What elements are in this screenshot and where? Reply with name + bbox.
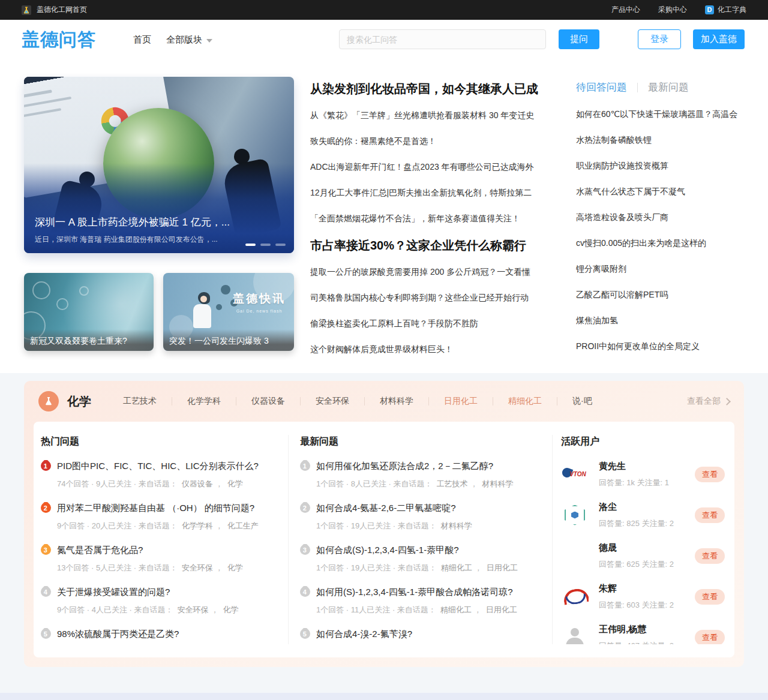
- tab-instruments[interactable]: 仪器设备: [251, 396, 285, 407]
- footer-strip: [0, 693, 768, 700]
- sidebar-question[interactable]: 职业病防护设施投资概算: [576, 160, 741, 172]
- avatar[interactable]: [561, 583, 589, 611]
- news-headline[interactable]: 从染发剂到化妆品帝国，如今其继承人已成: [310, 82, 550, 95]
- tab-chem-discipline[interactable]: 化学学科: [187, 396, 221, 407]
- topic-link[interactable]: 材料科学: [441, 521, 472, 530]
- topic-link[interactable]: 精细化工: [441, 563, 472, 572]
- tab-divider: [172, 397, 172, 405]
- news-carousel[interactable]: 深圳一 A 股上市药企境外被骗近 1 亿元，... 近日，深圳市 海普瑞 药业集…: [24, 77, 294, 253]
- topic-link[interactable]: 日用化工: [486, 605, 517, 614]
- user-name[interactable]: 黄先生: [599, 461, 695, 472]
- question-item: 1 PID图中PIC、FIC、TIC、HIC、LIC分别表示什么? 74个回答 …: [41, 460, 276, 489]
- carousel-art-line: [24, 97, 71, 109]
- question-title-row[interactable]: 2 用对苯二甲酸测羟基自由基 （·OH） 的细节问题?: [41, 502, 276, 514]
- topic-link[interactable]: 安全环保: [178, 605, 209, 614]
- topic-link[interactable]: 材料科学: [482, 479, 514, 488]
- search-input[interactable]: [339, 29, 546, 49]
- sidebar-question[interactable]: cv慢扫0.005的扫出来为啥是这样的: [576, 238, 741, 249]
- topic-link[interactable]: 仪器设备: [182, 479, 213, 488]
- question-title-row[interactable]: 2 如何合成4-氨基-2,6-二甲氧基嘧啶?: [300, 502, 540, 514]
- news-card-caption: 突发！一公司发生闪爆致 3: [163, 329, 294, 351]
- brand-title: 盖德快讯: [233, 291, 286, 307]
- rank-badge-icon: 3: [300, 544, 313, 556]
- question-title-row[interactable]: 5 98%浓硫酸属于丙类还是乙类?: [41, 628, 276, 640]
- carousel-dot[interactable]: [260, 244, 271, 246]
- avatar[interactable]: VTON: [561, 461, 589, 488]
- tab-materials[interactable]: 材料科学: [380, 396, 413, 407]
- site-home-link[interactable]: 盖德化工网首页: [22, 5, 87, 15]
- topic-link[interactable]: 工艺技术: [437, 479, 468, 488]
- nav-item-home[interactable]: 首页: [133, 34, 151, 46]
- news-item[interactable]: 偷梁换柱盗卖化工原料上百吨？手段防不胜防: [310, 318, 550, 329]
- view-user-button[interactable]: 查看: [695, 548, 725, 564]
- tab-safety[interactable]: 安全环保: [316, 396, 349, 407]
- join-button[interactable]: 加入盖德: [693, 29, 745, 49]
- news-item[interactable]: ADC出海迎新年开门红！盘点2023 年有哪些公司已达成海外: [310, 161, 550, 173]
- sidebar-question[interactable]: 高塔造粒设备及喷头厂商: [576, 212, 741, 223]
- topbar-link-products[interactable]: 产品中心: [611, 5, 640, 15]
- sidebar-question[interactable]: 锂分离吸附剂: [576, 263, 741, 275]
- sidebar-question[interactable]: 如何在60℃以下快速干燥玻璃器皿？高温会: [576, 109, 741, 120]
- news-item[interactable]: 提取一公斤的玻尿酸竟需要用掉 200 多公斤鸡冠？一文看懂: [310, 266, 550, 278]
- news-headline[interactable]: 市占率接近30%？这家企业凭什么称霸行: [310, 239, 550, 252]
- avatar[interactable]: [561, 624, 589, 645]
- sidebar-question[interactable]: 水热法制备磷酸铁锂: [576, 134, 741, 146]
- sidebar-question[interactable]: 煤焦油加氢: [576, 315, 741, 326]
- ask-question-button[interactable]: 提问: [559, 29, 599, 49]
- tab-latest[interactable]: 最新问题: [648, 80, 689, 94]
- tab-process-tech[interactable]: 工艺技术: [123, 396, 157, 407]
- news-card-covid[interactable]: 新冠又双叒叕要卷土重来?: [24, 273, 154, 351]
- user-name[interactable]: 洛尘: [599, 501, 695, 513]
- topic-link[interactable]: 安全环保: [182, 563, 213, 572]
- tab-divider: [236, 397, 236, 405]
- topic-link[interactable]: 化工生产: [227, 521, 259, 530]
- topic-link[interactable]: 精细化工: [440, 605, 472, 614]
- carousel-dot[interactable]: [245, 244, 256, 246]
- login-button[interactable]: 登录: [638, 29, 681, 49]
- news-item[interactable]: 司美格鲁肽国内核心专利即将到期？这些企业已经开始行动: [310, 292, 550, 304]
- nav-item-all-boards[interactable]: 全部版块: [166, 34, 212, 46]
- logo[interactable]: 盖德问答: [22, 28, 96, 52]
- question-title-row[interactable]: 3 氮气是否属于危化品?: [41, 544, 276, 556]
- tab-fine-chem[interactable]: 精细化工: [508, 396, 542, 407]
- topic-link[interactable]: 化学: [227, 563, 243, 572]
- sidebar-question[interactable]: 乙酸乙酯可以溶解PET吗: [576, 289, 741, 301]
- question-title-row[interactable]: 1 PID图中PIC、FIC、TIC、HIC、LIC分别表示什么?: [41, 460, 276, 472]
- question-title-row[interactable]: 5 如何合成4-溴-2-氟苄溴?: [300, 628, 540, 640]
- news-card-flash[interactable]: 盖德快讯 Gai De, news flash 突发！一公司发生闪爆致 3: [163, 273, 294, 351]
- tab-daily-chem[interactable]: 日用化工: [444, 396, 478, 407]
- view-user-button[interactable]: 查看: [695, 630, 725, 645]
- question-title-row[interactable]: 3 如何合成(S)-1,2,3,4-四氢-1-萘甲酸?: [300, 544, 540, 556]
- sidebar-question[interactable]: 水蒸气什么状态下属于不凝气: [576, 186, 741, 197]
- topbar-link-purchase[interactable]: 采购中心: [658, 5, 687, 15]
- user-name[interactable]: 德晟: [599, 542, 695, 554]
- sidebar-question[interactable]: PROII中如何更改单位的全局定义: [576, 341, 741, 352]
- question-title-row[interactable]: 4 如何用(S)-1,2,3,4-四氢-1-萘甲酸合成帕洛诺司琼?: [300, 586, 540, 598]
- news-item[interactable]: 12月化工大事件汇总|巴斯夫推出全新抗氧化剂，特斯拉第二: [310, 187, 550, 199]
- topic-link[interactable]: 日用化工: [487, 563, 518, 572]
- avatar[interactable]: [561, 501, 589, 529]
- carousel-art-line: [24, 108, 61, 118]
- user-name[interactable]: 朱辉: [599, 583, 695, 594]
- tab-unanswered[interactable]: 待回答问题: [576, 80, 627, 94]
- view-user-button[interactable]: 查看: [695, 467, 725, 482]
- carousel-dot[interactable]: [275, 244, 286, 246]
- question-title-row[interactable]: 1 如何用催化加氢还原法合成2，2－二氟乙醇?: [300, 460, 540, 472]
- news-item[interactable]: 「全面禁燃烟花爆竹不合法」，新年这条赛道值得关注！: [310, 213, 550, 224]
- user-name[interactable]: 王伟明,杨慧: [599, 624, 695, 635]
- topic-link[interactable]: 化学: [227, 479, 243, 488]
- topbar-links: 产品中心 采购中心 D 化工字典: [611, 5, 746, 15]
- view-user-button[interactable]: 查看: [695, 507, 725, 523]
- topic-link[interactable]: 化学学科: [182, 521, 213, 530]
- topbar-link-dictionary[interactable]: D 化工字典: [705, 5, 746, 15]
- question-title-row[interactable]: 4 关于泄爆接受罐设置的问题?: [41, 586, 276, 598]
- main-content: 深圳一 A 股上市药企境外被骗近 1 亿元，... 近日，深圳市 海普瑞 药业集…: [0, 59, 768, 373]
- news-item[interactable]: 致失眠的你：褪黑素绝不是首选！: [310, 136, 550, 147]
- view-all-link[interactable]: 查看全部: [687, 396, 730, 407]
- view-user-button[interactable]: 查看: [695, 589, 725, 605]
- avatar[interactable]: [561, 542, 589, 570]
- news-item[interactable]: 这个财阀解体后竟成世界级材料巨头！: [310, 344, 550, 355]
- tab-talk[interactable]: 说·吧: [572, 396, 592, 407]
- news-item[interactable]: 从《繁花》「三羊牌」丝光棉遭哄抢看服装材料 30 年变迁史: [310, 110, 550, 121]
- topic-link[interactable]: 化学: [223, 605, 239, 614]
